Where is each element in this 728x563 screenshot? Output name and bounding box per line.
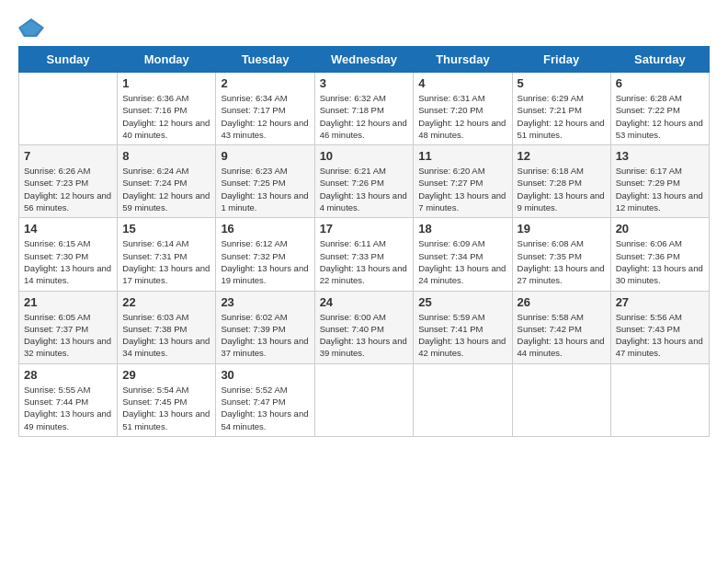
header-thursday: Thursday [414, 47, 512, 73]
calendar-header: SundayMondayTuesdayWednesdayThursdayFrid… [19, 47, 710, 73]
day-info: Sunrise: 6:23 AM Sunset: 7:25 PM Dayligh… [221, 165, 309, 213]
calendar-cell [414, 363, 512, 436]
day-number: 14 [24, 222, 112, 236]
logo [18, 18, 48, 37]
calendar-cell: 13Sunrise: 6:17 AM Sunset: 7:29 PM Dayli… [610, 145, 709, 218]
calendar-cell: 3Sunrise: 6:32 AM Sunset: 7:18 PM Daylig… [314, 73, 414, 145]
header-monday: Monday [118, 47, 216, 73]
day-info: Sunrise: 6:26 AM Sunset: 7:23 PM Dayligh… [24, 165, 112, 213]
day-info: Sunrise: 5:58 AM Sunset: 7:42 PM Dayligh… [518, 311, 606, 360]
calendar-cell: 20Sunrise: 6:06 AM Sunset: 7:36 PM Dayli… [610, 218, 709, 291]
calendar-cell: 16Sunrise: 6:12 AM Sunset: 7:32 PM Dayli… [216, 218, 314, 291]
calendar-cell: 12Sunrise: 6:18 AM Sunset: 7:28 PM Dayli… [512, 145, 610, 218]
day-info: Sunrise: 5:54 AM Sunset: 7:45 PM Dayligh… [122, 384, 210, 432]
day-number: 2 [221, 76, 309, 90]
calendar-cell: 29Sunrise: 5:54 AM Sunset: 7:45 PM Dayli… [118, 363, 216, 436]
calendar-cell: 21Sunrise: 6:05 AM Sunset: 7:37 PM Dayli… [19, 291, 118, 363]
day-number: 16 [221, 222, 309, 236]
day-info: Sunrise: 6:17 AM Sunset: 7:29 PM Dayligh… [616, 165, 704, 213]
day-number: 24 [320, 295, 409, 309]
day-info: Sunrise: 6:14 AM Sunset: 7:31 PM Dayligh… [122, 237, 210, 286]
calendar-cell: 28Sunrise: 5:55 AM Sunset: 7:44 PM Dayli… [19, 363, 118, 436]
day-number: 8 [122, 149, 210, 163]
calendar-cell: 15Sunrise: 6:14 AM Sunset: 7:31 PM Dayli… [118, 218, 216, 291]
page-header [18, 18, 710, 37]
calendar-cell: 23Sunrise: 6:02 AM Sunset: 7:39 PM Dayli… [216, 291, 314, 363]
day-number: 1 [122, 76, 210, 90]
day-number: 17 [320, 222, 409, 236]
day-number: 22 [122, 295, 210, 309]
calendar-cell: 4Sunrise: 6:31 AM Sunset: 7:20 PM Daylig… [414, 73, 512, 145]
calendar-table: SundayMondayTuesdayWednesdayThursdayFrid… [18, 46, 710, 437]
calendar-cell: 14Sunrise: 6:15 AM Sunset: 7:30 PM Dayli… [19, 218, 118, 291]
day-info: Sunrise: 6:21 AM Sunset: 7:26 PM Dayligh… [320, 165, 409, 213]
calendar-cell: 30Sunrise: 5:52 AM Sunset: 7:47 PM Dayli… [216, 363, 314, 436]
week-row-2: 14Sunrise: 6:15 AM Sunset: 7:30 PM Dayli… [19, 218, 710, 291]
day-number: 25 [418, 295, 506, 309]
day-info: Sunrise: 6:32 AM Sunset: 7:18 PM Dayligh… [320, 92, 409, 141]
calendar-cell [512, 363, 610, 436]
calendar-cell [314, 363, 414, 436]
day-info: Sunrise: 5:52 AM Sunset: 7:47 PM Dayligh… [221, 384, 309, 432]
calendar-cell: 27Sunrise: 5:56 AM Sunset: 7:43 PM Dayli… [610, 291, 709, 363]
day-info: Sunrise: 6:20 AM Sunset: 7:27 PM Dayligh… [418, 165, 506, 213]
calendar-cell: 26Sunrise: 5:58 AM Sunset: 7:42 PM Dayli… [512, 291, 610, 363]
calendar-cell: 24Sunrise: 6:00 AM Sunset: 7:40 PM Dayli… [314, 291, 414, 363]
calendar-cell [19, 73, 118, 145]
day-info: Sunrise: 6:00 AM Sunset: 7:40 PM Dayligh… [320, 311, 409, 360]
day-number: 29 [122, 368, 210, 382]
calendar-cell: 10Sunrise: 6:21 AM Sunset: 7:26 PM Dayli… [314, 145, 414, 218]
day-info: Sunrise: 6:11 AM Sunset: 7:33 PM Dayligh… [320, 237, 409, 286]
day-number: 6 [616, 76, 704, 90]
day-number: 26 [518, 295, 606, 309]
calendar-cell: 17Sunrise: 6:11 AM Sunset: 7:33 PM Dayli… [314, 218, 414, 291]
day-number: 9 [221, 149, 309, 163]
day-number: 13 [616, 149, 704, 163]
day-info: Sunrise: 6:05 AM Sunset: 7:37 PM Dayligh… [24, 311, 112, 360]
day-number: 18 [418, 222, 506, 236]
calendar-cell: 5Sunrise: 6:29 AM Sunset: 7:21 PM Daylig… [512, 73, 610, 145]
week-row-0: 1Sunrise: 6:36 AM Sunset: 7:16 PM Daylig… [19, 73, 710, 145]
calendar-cell: 22Sunrise: 6:03 AM Sunset: 7:38 PM Dayli… [118, 291, 216, 363]
day-info: Sunrise: 5:55 AM Sunset: 7:44 PM Dayligh… [24, 384, 112, 432]
day-number: 11 [418, 149, 506, 163]
calendar-cell: 19Sunrise: 6:08 AM Sunset: 7:35 PM Dayli… [512, 218, 610, 291]
day-number: 7 [24, 149, 112, 163]
day-info: Sunrise: 6:34 AM Sunset: 7:17 PM Dayligh… [221, 92, 309, 141]
header-saturday: Saturday [610, 47, 709, 73]
day-info: Sunrise: 6:12 AM Sunset: 7:32 PM Dayligh… [221, 237, 309, 286]
day-info: Sunrise: 6:15 AM Sunset: 7:30 PM Dayligh… [24, 237, 112, 286]
day-number: 28 [24, 368, 112, 382]
header-sunday: Sunday [19, 47, 118, 73]
day-number: 10 [320, 149, 409, 163]
day-number: 20 [616, 222, 704, 236]
calendar-cell: 2Sunrise: 6:34 AM Sunset: 7:17 PM Daylig… [216, 73, 314, 145]
day-info: Sunrise: 6:28 AM Sunset: 7:22 PM Dayligh… [616, 92, 704, 141]
calendar-cell: 25Sunrise: 5:59 AM Sunset: 7:41 PM Dayli… [414, 291, 512, 363]
day-info: Sunrise: 6:18 AM Sunset: 7:28 PM Dayligh… [518, 165, 606, 213]
day-info: Sunrise: 6:06 AM Sunset: 7:36 PM Dayligh… [616, 237, 704, 286]
week-row-4: 28Sunrise: 5:55 AM Sunset: 7:44 PM Dayli… [19, 363, 710, 436]
day-number: 3 [320, 76, 409, 90]
week-row-3: 21Sunrise: 6:05 AM Sunset: 7:37 PM Dayli… [19, 291, 710, 363]
day-info: Sunrise: 6:31 AM Sunset: 7:20 PM Dayligh… [418, 92, 506, 141]
day-info: Sunrise: 6:29 AM Sunset: 7:21 PM Dayligh… [518, 92, 606, 141]
logo-icon [18, 18, 44, 37]
day-number: 4 [418, 76, 506, 90]
calendar-cell: 9Sunrise: 6:23 AM Sunset: 7:25 PM Daylig… [216, 145, 314, 218]
day-number: 15 [122, 222, 210, 236]
day-info: Sunrise: 5:56 AM Sunset: 7:43 PM Dayligh… [616, 311, 704, 360]
day-info: Sunrise: 5:59 AM Sunset: 7:41 PM Dayligh… [418, 311, 506, 360]
header-tuesday: Tuesday [216, 47, 314, 73]
day-info: Sunrise: 6:08 AM Sunset: 7:35 PM Dayligh… [518, 237, 606, 286]
day-number: 27 [616, 295, 704, 309]
header-wednesday: Wednesday [314, 47, 414, 73]
calendar-cell [610, 363, 709, 436]
day-number: 21 [24, 295, 112, 309]
day-info: Sunrise: 6:36 AM Sunset: 7:16 PM Dayligh… [122, 92, 210, 141]
day-info: Sunrise: 6:03 AM Sunset: 7:38 PM Dayligh… [122, 311, 210, 360]
calendar-cell: 1Sunrise: 6:36 AM Sunset: 7:16 PM Daylig… [118, 73, 216, 145]
week-row-1: 7Sunrise: 6:26 AM Sunset: 7:23 PM Daylig… [19, 145, 710, 218]
day-info: Sunrise: 6:09 AM Sunset: 7:34 PM Dayligh… [418, 237, 506, 286]
day-info: Sunrise: 6:24 AM Sunset: 7:24 PM Dayligh… [122, 165, 210, 213]
